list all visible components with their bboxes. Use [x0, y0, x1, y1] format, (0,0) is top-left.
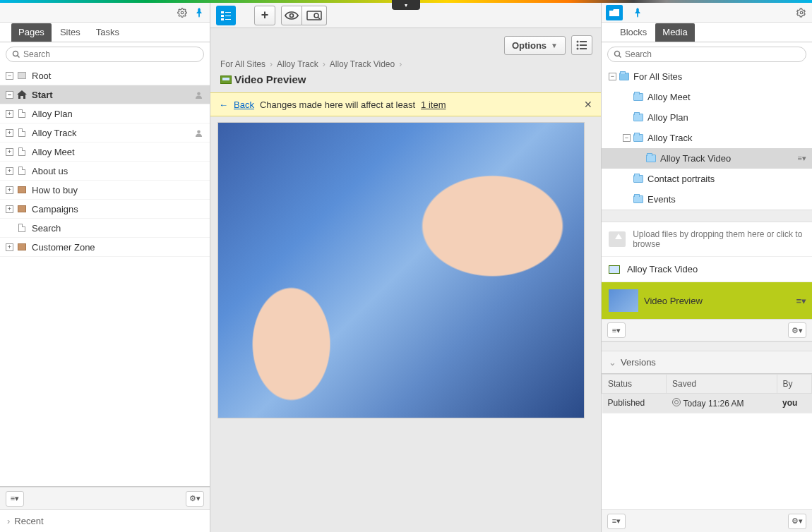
media-tree: −For All SitesAlloy MeetAlloy Plan−Alloy…	[602, 66, 812, 210]
list-view-button[interactable]	[571, 35, 592, 55]
col-saved[interactable]: Saved	[667, 375, 777, 394]
left-panel: Pages Sites Tasks − Root −Start+Alloy Pl…	[0, 3, 210, 532]
svg-rect-8	[225, 12, 231, 13]
version-row[interactable]: PublishedToday 11:26 AMyou	[602, 394, 812, 413]
media-label: Contact portraits	[647, 174, 715, 184]
back-link[interactable]: Back	[234, 99, 254, 110]
media-row[interactable]: −Alloy Track	[602, 128, 812, 148]
list-menu-button[interactable]: ≡▾	[607, 514, 626, 529]
media-row[interactable]: Contact portraits	[602, 169, 812, 189]
gear-menu-button[interactable]: ⚙▾	[788, 514, 806, 529]
media-row[interactable]: Alloy Track Video≡▾	[602, 148, 812, 169]
chevron-down-icon: ⌄	[609, 357, 616, 368]
tree-row[interactable]: +Alloy Track	[0, 123, 210, 143]
pin-icon[interactable]	[631, 6, 644, 19]
list-menu-button[interactable]: ≡▾	[607, 322, 626, 338]
folder-asset-row[interactable]: Alloy Track Video	[602, 257, 812, 282]
affected-items-link[interactable]: 1 item	[421, 99, 446, 110]
gear-menu-button[interactable]: ⚙▾	[788, 322, 806, 338]
expand-toggle[interactable]	[6, 224, 13, 232]
list-menu-button[interactable]: ≡▾	[6, 491, 24, 507]
right-tabs: Blocks Media	[602, 23, 812, 42]
versions-toggle[interactable]: ⌄ Versions	[602, 351, 812, 374]
preview-eye-button[interactable]	[281, 6, 302, 25]
expand-toggle[interactable]: +	[6, 243, 13, 251]
svg-rect-7	[221, 18, 224, 20]
cell-status: Published	[602, 394, 667, 413]
crumb[interactable]: Alloy Track Video	[330, 59, 395, 69]
right-search[interactable]	[607, 47, 806, 62]
expand-toggle[interactable]: −	[609, 73, 616, 80]
gear-icon[interactable]	[176, 6, 189, 19]
tree-row[interactable]: +Campaigns	[0, 200, 210, 219]
svg-point-17	[577, 44, 579, 47]
svg-rect-18	[580, 44, 587, 46]
crumb[interactable]: Alloy Track	[277, 59, 318, 69]
media-row[interactable]: Events	[602, 189, 812, 210]
tree-row[interactable]: +Customer Zone	[0, 238, 210, 257]
pin-icon[interactable]	[193, 6, 205, 19]
svg-line-23	[619, 56, 621, 58]
media-label: Alloy Plan	[647, 112, 688, 123]
media-row[interactable]: Alloy Plan	[602, 107, 812, 128]
tree-row[interactable]: +About us	[0, 162, 210, 181]
tree-root[interactable]: − Root	[0, 66, 210, 85]
row-menu-icon[interactable]: ≡▾	[796, 296, 806, 306]
versions-label: Versions	[621, 357, 656, 368]
tree-row[interactable]: +Alloy Meet	[0, 143, 210, 162]
options-button[interactable]: Options ▼	[504, 36, 566, 55]
expand-toggle[interactable]: +	[6, 167, 13, 175]
recent-toggle[interactable]: › Recent	[0, 509, 210, 532]
gear-icon[interactable]	[795, 6, 808, 19]
tree-row[interactable]: +Alloy Plan	[0, 104, 210, 123]
media-label: Alloy Meet	[647, 92, 691, 102]
assets-toggle-icon[interactable]	[606, 5, 623, 20]
upload-dropzone[interactable]: Upload files by dropping them here or cl…	[602, 222, 812, 257]
tree-label: Start	[32, 90, 53, 100]
left-search[interactable]	[6, 47, 204, 62]
expand-toggle[interactable]: −	[6, 91, 13, 99]
expand-toggle[interactable]: +	[6, 205, 13, 213]
tab-media[interactable]: Media	[655, 23, 694, 42]
tab-tasks[interactable]: Tasks	[89, 23, 126, 42]
search-input[interactable]	[625, 49, 800, 59]
recent-label: Recent	[14, 516, 43, 526]
close-icon[interactable]: ✕	[584, 99, 592, 110]
tree-row[interactable]: Search	[0, 219, 210, 238]
add-button[interactable]: +	[254, 6, 275, 25]
warning-bar: ← Back Changes made here will affect at …	[210, 92, 601, 116]
crumb[interactable]: For All Sites	[220, 59, 265, 69]
top-gradient-bar: ▾	[0, 0, 812, 3]
tab-pages[interactable]: Pages	[11, 23, 52, 42]
expand-toggle[interactable]: +	[6, 186, 13, 194]
svg-line-14	[318, 17, 320, 19]
search-input[interactable]	[23, 49, 198, 59]
tree-row[interactable]: +How to buy	[0, 181, 210, 200]
expand-toggle[interactable]: +	[6, 110, 13, 118]
media-row[interactable]: Alloy Meet	[602, 87, 812, 107]
svg-point-0	[181, 11, 184, 14]
asset-thumbnail	[609, 289, 638, 312]
gear-menu-button[interactable]: ⚙▾	[186, 491, 204, 507]
svg-line-2	[18, 56, 20, 58]
row-menu-icon[interactable]: ≡▾	[798, 154, 806, 163]
col-status[interactable]: Status	[602, 375, 667, 394]
svg-point-22	[615, 52, 620, 56]
media-row[interactable]: −For All Sites	[602, 66, 812, 87]
page-icon	[16, 166, 28, 176]
expand-toggle[interactable]: +	[6, 129, 13, 137]
selected-asset-row[interactable]: Video Preview ≡▾	[602, 282, 812, 319]
tab-sites[interactable]: Sites	[53, 23, 88, 42]
svg-rect-10	[225, 19, 231, 20]
svg-rect-6	[221, 15, 224, 17]
tree-row[interactable]: −Start	[0, 85, 210, 104]
tree-toggle-icon[interactable]	[216, 6, 236, 25]
expand-toggle[interactable]: +	[6, 148, 13, 156]
expand-toggle[interactable]: −	[623, 134, 631, 142]
top-notch-toggle[interactable]: ▾	[392, 0, 420, 10]
chevron-down-icon: ▼	[551, 42, 558, 49]
compare-button[interactable]	[302, 6, 327, 25]
col-by[interactable]: By	[777, 375, 812, 394]
search-icon	[12, 50, 20, 59]
tab-blocks[interactable]: Blocks	[613, 23, 654, 42]
